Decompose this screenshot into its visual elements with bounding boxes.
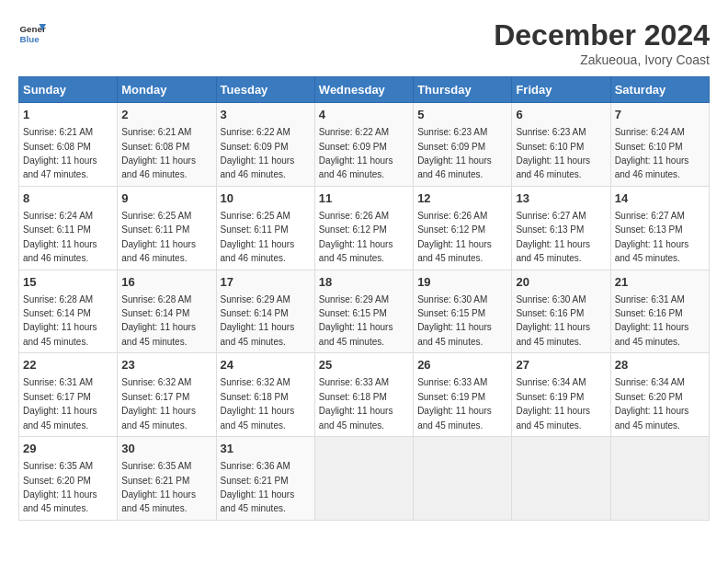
daylight-info: Daylight: 11 hours and 46 minutes.	[121, 155, 196, 179]
calendar-cell: 12 Sunrise: 6:26 AM Sunset: 6:12 PM Dayl…	[414, 186, 512, 270]
calendar-cell: 30 Sunrise: 6:35 AM Sunset: 6:21 PM Dayl…	[118, 437, 216, 521]
sunrise-info: Sunrise: 6:35 AM	[121, 461, 191, 471]
sunset-info: Sunset: 6:14 PM	[221, 308, 289, 318]
sunset-info: Sunset: 6:17 PM	[23, 392, 91, 402]
daylight-info: Daylight: 11 hours and 45 minutes.	[417, 239, 492, 263]
sunset-info: Sunset: 6:08 PM	[121, 142, 189, 152]
sunrise-info: Sunrise: 6:24 AM	[23, 211, 93, 221]
calendar-cell: 19 Sunrise: 6:30 AM Sunset: 6:15 PM Dayl…	[414, 270, 512, 353]
daylight-info: Daylight: 11 hours and 45 minutes.	[23, 489, 97, 513]
daylight-info: Daylight: 11 hours and 45 minutes.	[516, 239, 590, 263]
day-number: 17	[221, 274, 311, 291]
daylight-info: Daylight: 11 hours and 46 minutes.	[23, 239, 97, 263]
sunset-info: Sunset: 6:11 PM	[221, 224, 289, 235]
sunrise-info: Sunrise: 6:22 AM	[221, 127, 290, 137]
calendar-cell: 18 Sunrise: 6:29 AM Sunset: 6:15 PM Dayl…	[314, 270, 413, 353]
calendar-cell: 5 Sunrise: 6:23 AM Sunset: 6:09 PM Dayli…	[414, 103, 512, 187]
sunset-info: Sunset: 6:18 PM	[221, 392, 289, 402]
day-number: 11	[319, 190, 409, 207]
sunset-info: Sunset: 6:13 PM	[615, 224, 683, 235]
daylight-info: Daylight: 11 hours and 45 minutes.	[615, 239, 689, 263]
calendar-cell: 8 Sunrise: 6:24 AM Sunset: 6:11 PM Dayli…	[19, 186, 118, 270]
calendar-cell: 6 Sunrise: 6:23 AM Sunset: 6:10 PM Dayli…	[512, 103, 610, 187]
day-number: 23	[121, 357, 211, 373]
day-number: 30	[121, 441, 211, 457]
sunrise-info: Sunrise: 6:30 AM	[516, 294, 586, 304]
sunrise-info: Sunrise: 6:34 AM	[615, 377, 685, 387]
sunset-info: Sunset: 6:18 PM	[319, 392, 387, 402]
sunrise-info: Sunrise: 6:35 AM	[23, 461, 93, 471]
daylight-info: Daylight: 11 hours and 46 minutes.	[516, 155, 590, 179]
day-number: 2	[121, 107, 211, 123]
daylight-info: Daylight: 11 hours and 45 minutes.	[319, 322, 393, 346]
calendar-cell: 3 Sunrise: 6:22 AM Sunset: 6:09 PM Dayli…	[216, 103, 314, 187]
calendar-cell: 1 Sunrise: 6:21 AM Sunset: 6:08 PM Dayli…	[19, 103, 118, 187]
day-number: 13	[516, 190, 606, 207]
sunset-info: Sunset: 6:12 PM	[417, 224, 485, 235]
calendar-table: SundayMondayTuesdayWednesdayThursdayFrid…	[18, 76, 710, 521]
sunset-info: Sunset: 6:13 PM	[516, 224, 584, 235]
daylight-info: Daylight: 11 hours and 46 minutes.	[221, 155, 295, 179]
sunset-info: Sunset: 6:21 PM	[221, 476, 289, 486]
sunrise-info: Sunrise: 6:27 AM	[615, 211, 685, 221]
calendar-cell: 20 Sunrise: 6:30 AM Sunset: 6:16 PM Dayl…	[512, 270, 610, 353]
day-number: 4	[319, 107, 409, 123]
sunrise-info: Sunrise: 6:26 AM	[319, 211, 389, 221]
daylight-info: Daylight: 11 hours and 45 minutes.	[417, 322, 492, 346]
month-title: December 2024	[494, 18, 710, 52]
calendar-cell: 9 Sunrise: 6:25 AM Sunset: 6:11 PM Dayli…	[118, 186, 216, 270]
calendar-cell: 10 Sunrise: 6:25 AM Sunset: 6:11 PM Dayl…	[216, 186, 314, 270]
svg-text:Blue: Blue	[20, 34, 40, 44]
day-number: 12	[417, 190, 507, 207]
daylight-info: Daylight: 11 hours and 46 minutes.	[319, 155, 393, 179]
day-number: 1	[23, 107, 113, 123]
sunrise-info: Sunrise: 6:33 AM	[319, 377, 389, 387]
day-number: 31	[221, 441, 311, 457]
calendar-cell: 17 Sunrise: 6:29 AM Sunset: 6:14 PM Dayl…	[216, 270, 314, 353]
sunset-info: Sunset: 6:10 PM	[615, 142, 683, 152]
day-number: 20	[516, 274, 606, 291]
day-number: 24	[221, 357, 311, 373]
daylight-info: Daylight: 11 hours and 46 minutes.	[121, 239, 196, 263]
sunrise-info: Sunrise: 6:29 AM	[319, 294, 389, 304]
sunset-info: Sunset: 6:19 PM	[516, 392, 584, 402]
day-header-sunday: Sunday	[19, 77, 118, 103]
location-subtitle: Zakueoua, Ivory Coast	[494, 52, 710, 67]
sunrise-info: Sunrise: 6:32 AM	[121, 377, 191, 387]
calendar-week-2: 8 Sunrise: 6:24 AM Sunset: 6:11 PM Dayli…	[19, 186, 710, 270]
day-number: 19	[417, 274, 507, 291]
sunrise-info: Sunrise: 6:23 AM	[516, 127, 586, 137]
day-header-saturday: Saturday	[610, 77, 709, 103]
calendar-cell: 28 Sunrise: 6:34 AM Sunset: 6:20 PM Dayl…	[610, 353, 709, 437]
sunset-info: Sunset: 6:20 PM	[23, 476, 91, 486]
day-number: 3	[221, 107, 311, 123]
day-number: 16	[121, 274, 211, 291]
sunrise-info: Sunrise: 6:23 AM	[417, 127, 487, 137]
daylight-info: Daylight: 11 hours and 45 minutes.	[121, 406, 196, 430]
sunrise-info: Sunrise: 6:25 AM	[221, 211, 290, 221]
calendar-cell: 26 Sunrise: 6:33 AM Sunset: 6:19 PM Dayl…	[414, 353, 512, 437]
sunrise-info: Sunrise: 6:33 AM	[417, 377, 487, 387]
sunrise-info: Sunrise: 6:24 AM	[615, 127, 685, 137]
sunrise-info: Sunrise: 6:31 AM	[615, 294, 685, 304]
sunset-info: Sunset: 6:15 PM	[319, 308, 387, 318]
daylight-info: Daylight: 11 hours and 45 minutes.	[319, 406, 393, 430]
sunset-info: Sunset: 6:16 PM	[516, 308, 584, 318]
day-number: 21	[615, 274, 705, 291]
day-number: 10	[221, 190, 311, 207]
daylight-info: Daylight: 11 hours and 45 minutes.	[615, 406, 689, 430]
calendar-cell: 21 Sunrise: 6:31 AM Sunset: 6:16 PM Dayl…	[610, 270, 709, 353]
sunset-info: Sunset: 6:09 PM	[221, 142, 289, 152]
page-header: General Blue December 2024 Zakueoua, Ivo…	[18, 18, 710, 67]
day-header-friday: Friday	[512, 77, 610, 103]
sunset-info: Sunset: 6:12 PM	[319, 224, 387, 235]
daylight-info: Daylight: 11 hours and 47 minutes.	[23, 155, 97, 179]
calendar-cell	[610, 437, 709, 521]
daylight-info: Daylight: 11 hours and 45 minutes.	[516, 406, 590, 430]
calendar-week-3: 15 Sunrise: 6:28 AM Sunset: 6:14 PM Dayl…	[19, 270, 710, 353]
sunset-info: Sunset: 6:16 PM	[615, 308, 683, 318]
sunrise-info: Sunrise: 6:30 AM	[417, 294, 487, 304]
sunset-info: Sunset: 6:17 PM	[121, 392, 189, 402]
sunrise-info: Sunrise: 6:28 AM	[121, 294, 191, 304]
daylight-info: Daylight: 11 hours and 46 minutes.	[221, 239, 295, 263]
